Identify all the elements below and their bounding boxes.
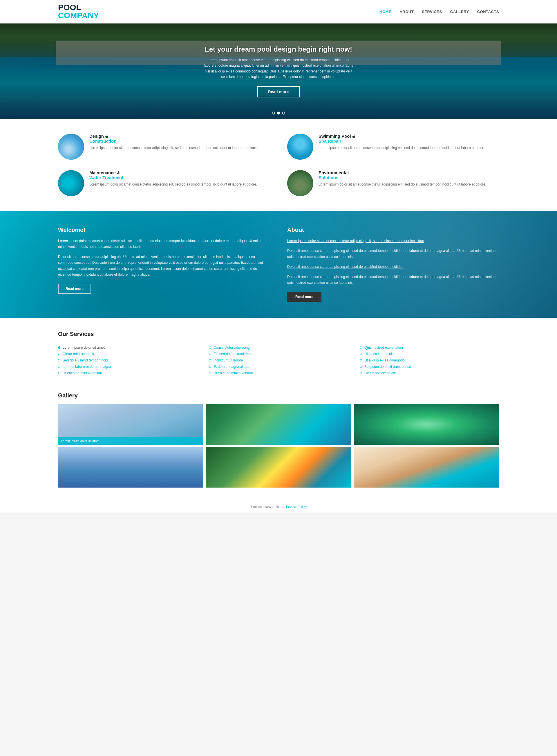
hero-dot-1[interactable] (272, 112, 275, 115)
about-col: About Lorem ipsum dolor sit amet conse c… (287, 227, 499, 302)
service-item-3: Maintenance & Water Treatment Lorem ipsu… (58, 170, 270, 196)
service-body-1: Lorem ipsum dolor sit amet conse ctetur … (89, 145, 257, 151)
hero-dot-2[interactable] (277, 112, 280, 115)
service-item-4: Environmental Solutions Lorem ipsum dolo… (287, 170, 499, 196)
list-item: Lorem ipsum dolor sit amet (58, 344, 197, 351)
bullet-icon (209, 372, 211, 374)
gallery-section: Gallery Lorem ipsum dolor sit amet (0, 389, 557, 501)
bullet-icon (209, 353, 211, 355)
bullet-icon (209, 359, 211, 361)
list-item-link[interactable]: Sed do eiusmod tempor incid (63, 358, 108, 363)
nav-gallery[interactable]: GALLERY (450, 9, 469, 14)
service-img-1 (58, 134, 84, 160)
bullet-icon (209, 346, 211, 349)
service-text-3: Maintenance & Water Treatment Lorem ipsu… (89, 170, 257, 187)
about-para3[interactable]: Dolor sit amet conse ctetur adipiscing e… (287, 264, 499, 270)
hero-section: Let your dream pool design begin right n… (0, 24, 557, 119)
list-item-link[interactable]: Et dolore magna aliqua (213, 365, 249, 369)
privacy-policy-link[interactable]: Privacy Policy (286, 505, 306, 508)
hero-dot-3[interactable] (282, 112, 285, 115)
list-item-link[interactable]: Ut enim ad minim veniam (63, 371, 102, 375)
list-item-link[interactable]: Idunt ut labore et dolore magna (63, 365, 111, 369)
service-img-4 (287, 170, 313, 196)
service-title-1: Design & Construction (89, 134, 257, 144)
about-cta-button[interactable]: Read more (287, 292, 321, 302)
service-body-3: Lorem ipsum dolor sit amet conse ctetur … (89, 182, 257, 187)
service-subtitle-4: Solutions (319, 175, 486, 180)
welcome-section: Welcome! Lorem ipsum dolor sit amet cons… (0, 211, 557, 318)
list-item: Ut enim ad minim veniam (58, 370, 197, 376)
service-title-4: Environmental Solutions (319, 170, 486, 180)
bullet-icon (360, 359, 362, 361)
list-item: Ullamco laboris nisi (360, 351, 499, 357)
list-item-link[interactable]: Conse ctetur adipiscing (213, 346, 250, 350)
gallery-item-2[interactable] (206, 404, 351, 445)
list-item: Setipsum dolor sit amet conse (360, 364, 499, 370)
about-para2: Dolor sit amet conse ctetur adipiscing e… (287, 248, 499, 260)
list-item: Quis nostrud exercitation (360, 344, 499, 351)
list-item-link[interactable]: Ctetur adipiscing elit (364, 371, 396, 375)
services-col-1: Lorem ipsum dolor sit amet Ctetur adipis… (58, 344, 197, 376)
list-item: Idunt ut labore et dolore magna (58, 364, 197, 370)
welcome-para1: Lorem ipsum dolor sit amet conse ctetur … (58, 238, 270, 250)
bullet-icon (360, 366, 362, 368)
list-item-link[interactable]: Quis nostrud exercitation (364, 346, 403, 350)
hero-content: Let your dream pool design begin right n… (197, 39, 360, 103)
list-item-link[interactable]: Ut enim ad minim veniam (213, 371, 253, 375)
logo: POOL COMPANY (58, 3, 99, 20)
services-col-2: Conse ctetur adipiscing Elit sed do eius… (209, 344, 348, 376)
about-para4: Dolor sit amet conse ctetur adipiscing e… (287, 274, 499, 286)
bullet-icon (58, 346, 60, 349)
bullet-icon (58, 359, 60, 361)
list-item-link[interactable]: Incididunt ut labore (213, 358, 243, 363)
services-list-grid: Lorem ipsum dolor sit amet Ctetur adipis… (58, 344, 499, 376)
gallery-item-6[interactable] (354, 447, 499, 487)
list-item-link[interactable]: Ullamco laboris nisi (364, 352, 394, 356)
list-item-link[interactable]: Elit sed do eiusmod tempor (213, 352, 256, 356)
bullet-icon (360, 353, 362, 355)
list-item-link[interactable]: Setipsum dolor sit amet conse (364, 365, 411, 369)
bullet-icon (209, 366, 211, 368)
list-item: Ut enim ad minim veniam (209, 370, 348, 376)
gallery-item-3[interactable] (354, 404, 499, 445)
gallery-img-3 (354, 404, 499, 445)
bullet-icon (360, 372, 362, 374)
bullet-icon (360, 346, 362, 349)
footer-text: Pool company © 2014. (251, 505, 283, 508)
hero-dots (272, 112, 285, 115)
list-item: Conse ctetur adipiscing (209, 344, 348, 351)
list-item-link[interactable]: Ut aliquip ex ea commodo (364, 358, 405, 363)
service-item-2: Swimming Pool & Spa Repair Lorem ipsum d… (287, 134, 499, 160)
services-cards-section: Design & Construction Lorem ipsum dolor … (0, 119, 557, 211)
site-footer: Pool company © 2014. Privacy Policy (0, 501, 557, 512)
site-header: POOL COMPANY HOME ABOUT SERVICES GALLERY… (0, 0, 557, 24)
our-services-heading: Our Services (58, 331, 499, 338)
gallery-img-4 (58, 447, 203, 487)
service-text-4: Environmental Solutions Lorem ipsum dolo… (319, 170, 486, 187)
logo-line2: COMPANY (58, 11, 99, 20)
gallery-item-5[interactable] (206, 447, 351, 487)
hero-heading: Let your dream pool design begin right n… (203, 45, 354, 53)
list-item-link[interactable]: Ctetur adipiscing elit (63, 352, 94, 356)
service-text-2: Swimming Pool & Spa Repair Lorem ipsum d… (319, 134, 486, 151)
gallery-item-1[interactable]: Lorem ipsum dolor sit amet (58, 404, 203, 445)
nav-services[interactable]: SERVICES (422, 9, 442, 14)
nav-about[interactable]: ABOUT (400, 9, 414, 14)
service-text-1: Design & Construction Lorem ipsum dolor … (89, 134, 257, 151)
gallery-grid: Lorem ipsum dolor sit amet (58, 404, 499, 487)
nav-contacts[interactable]: CONTACTS (477, 9, 499, 14)
gallery-caption-1: Lorem ipsum dolor sit amet (58, 437, 203, 445)
hero-cta-button[interactable]: Read more (257, 86, 300, 97)
list-item: Ut aliquip ex ea commodo (360, 357, 499, 364)
about-para1[interactable]: Lorem ipsum dolor sit amet conse ctetur … (287, 238, 499, 244)
logo-line1: POOL (58, 3, 99, 11)
bullet-icon (58, 372, 60, 374)
nav-home[interactable]: HOME (379, 9, 391, 14)
service-item-1: Design & Construction Lorem ipsum dolor … (58, 134, 270, 160)
welcome-cta-button[interactable]: Read more (58, 284, 91, 294)
gallery-item-4[interactable] (58, 447, 203, 487)
about-heading: About (287, 227, 499, 233)
service-subtitle-2: Spa Repair (319, 138, 486, 144)
gallery-img-6 (354, 447, 499, 487)
welcome-heading: Welcome! (58, 227, 270, 233)
